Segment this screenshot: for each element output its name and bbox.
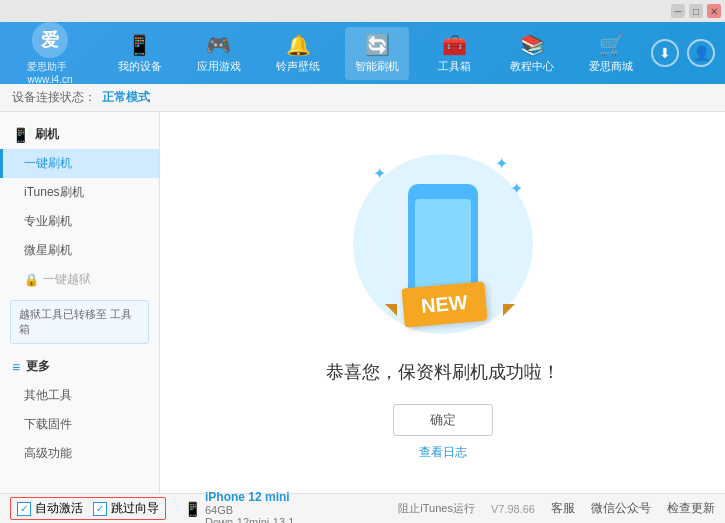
sparkle-1: ✦ [373,164,386,183]
sidebar-itunes-flash[interactable]: iTunes刷机 [0,178,159,207]
shop-icon: 🛒 [599,33,624,57]
nav-apps[interactable]: 🎮 应用游戏 [187,27,251,80]
nav-flash[interactable]: 🔄 智能刷机 [345,27,409,80]
phone-screen [415,199,471,289]
bottom-bar: ✓ 自动激活 ✓ 跳过向导 📱 iPhone 12 mini 64GB Down… [0,493,725,523]
sidebar-download-firmware[interactable]: 下载固件 [0,410,159,439]
visit-log-link[interactable]: 查看日志 [419,444,467,461]
sparkle-2: ✦ [495,154,508,173]
nav-ringtone-label: 铃声壁纸 [276,59,320,74]
device-phone-icon: 📱 [184,501,201,517]
flash-icon: 🔄 [365,33,390,57]
wechat-link[interactable]: 微信公众号 [591,500,651,517]
bottom-left: ✓ 自动激活 ✓ 跳过向导 📱 iPhone 12 mini 64GB Down… [10,490,398,524]
customer-service-link[interactable]: 客服 [551,500,575,517]
nav-ringtone[interactable]: 🔔 铃声壁纸 [266,27,330,80]
sparkle-3: ✦ [510,179,523,198]
sidebar-one-click-flash[interactable]: 一键刷机 [0,149,159,178]
sidebar-advanced[interactable]: 高级功能 [0,439,159,468]
title-bar: ─ □ ✕ [0,0,725,22]
nav-right: ⬇ 👤 [651,39,715,67]
skip-guide-checkbox[interactable]: ✓ 跳过向导 [93,500,159,517]
sidebar-jailbreak: 🔒 一键越狱 [0,265,159,294]
sidebar-pro-flash[interactable]: 专业刷机 [0,207,159,236]
skip-guide-check-icon: ✓ [93,502,107,516]
checkbox-area: ✓ 自动激活 ✓ 跳过向导 [10,497,166,520]
top-nav: 爱 爱思助手 www.i4.cn 📱 我的设备 🎮 应用游戏 🔔 铃声壁纸 🔄 … [0,22,725,84]
nav-shop[interactable]: 🛒 爱思商城 [579,27,643,80]
download-btn[interactable]: ⬇ [651,39,679,67]
close-btn[interactable]: ✕ [707,4,721,18]
device-storage: 64GB [205,504,294,516]
device-icon: 📱 [127,33,152,57]
status-bar: 设备连接状态： 正常模式 [0,84,725,112]
nav-items: 📱 我的设备 🎮 应用游戏 🔔 铃声壁纸 🔄 智能刷机 🧰 工具箱 📚 教程中心… [100,27,651,80]
user-btn[interactable]: 👤 [687,39,715,67]
stop-itunes-btn[interactable]: 阻止iTunes运行 [398,501,475,516]
nav-my-device[interactable]: 📱 我的设备 [108,27,172,80]
version-text: V7.98.66 [491,503,535,515]
sidebar-other-tools[interactable]: 其他工具 [0,381,159,410]
content-area: ✦ ✦ ✦ NEW 恭喜您，保资料刷机成功啦！ 确定 查看日志 [160,112,725,493]
device-name: iPhone 12 mini [205,490,294,504]
more-section-icon: ≡ [12,359,20,375]
maximize-btn[interactable]: □ [689,4,703,18]
logo-icon: 爱 [32,22,68,58]
nav-shop-label: 爱思商城 [589,59,633,74]
flash-section-icon: 📱 [12,127,29,143]
auto-activate-checkbox[interactable]: ✓ 自动激活 [17,500,83,517]
new-badge: NEW [401,281,487,327]
status-label: 设备连接状态： [12,89,96,106]
nav-tools[interactable]: 🧰 工具箱 [425,27,485,80]
nav-apps-label: 应用游戏 [197,59,241,74]
sidebar-info-box: 越狱工具已转移至 工具箱 [10,300,149,344]
nav-my-device-label: 我的设备 [118,59,162,74]
flash-section-label: 刷机 [35,126,59,143]
more-section-label: 更多 [26,358,50,375]
tutorials-icon: 📚 [520,33,545,57]
sidebar-flash-header: 📱 刷机 [0,120,159,149]
logo: 爱 爱思助手 www.i4.cn [10,22,90,85]
status-value: 正常模式 [102,89,150,106]
sidebar-micro-flash[interactable]: 微星刷机 [0,236,159,265]
apps-icon: 🎮 [206,33,231,57]
nav-flash-label: 智能刷机 [355,59,399,74]
confirm-button[interactable]: 确定 [393,404,493,436]
tools-icon: 🧰 [442,33,467,57]
ribbon-left [385,304,397,316]
nav-tutorials[interactable]: 📚 教程中心 [500,27,564,80]
nav-tools-label: 工具箱 [438,59,471,74]
minimize-btn[interactable]: ─ [671,4,685,18]
sidebar-more-header: ≡ 更多 [0,352,159,381]
ringtone-icon: 🔔 [286,33,311,57]
auto-activate-check-icon: ✓ [17,502,31,516]
bottom-right: 阻止iTunes运行 V7.98.66 客服 微信公众号 检查更新 [398,500,715,517]
main-layout: 📱 刷机 一键刷机 iTunes刷机 专业刷机 微星刷机 🔒 一键越狱 越狱工具… [0,112,725,493]
check-update-link[interactable]: 检查更新 [667,500,715,517]
device-info: 📱 iPhone 12 mini 64GB Down-12mini-13,1 [184,490,294,524]
nav-tutorials-label: 教程中心 [510,59,554,74]
ribbon-right [503,304,515,316]
device-model: Down-12mini-13,1 [205,516,294,524]
success-text: 恭喜您，保资料刷机成功啦！ [326,360,560,384]
logo-text: 爱思助手 www.i4.cn [27,60,72,85]
sidebar: 📱 刷机 一键刷机 iTunes刷机 专业刷机 微星刷机 🔒 一键越狱 越狱工具… [0,112,160,493]
success-illustration: ✦ ✦ ✦ NEW [343,144,543,344]
